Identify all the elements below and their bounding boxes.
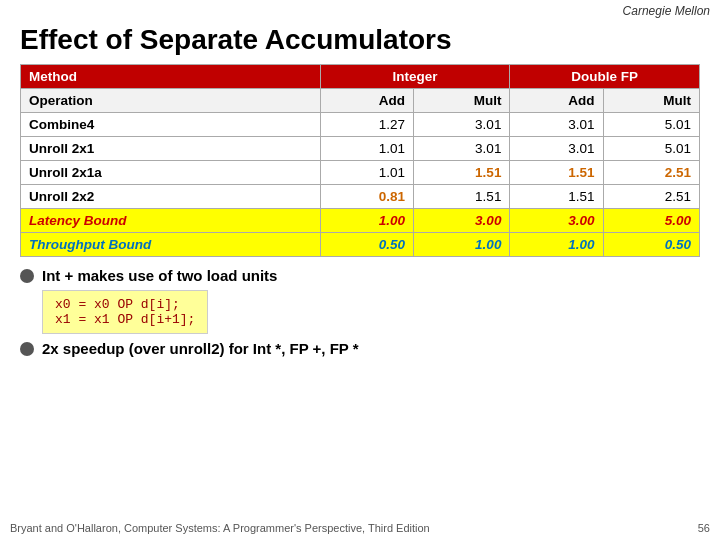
code-line-2: x1 = x1 OP d[i+1];: [55, 312, 195, 327]
cell-int-add: 1.27: [320, 113, 413, 137]
cell-fp-add: 1.00: [510, 233, 603, 257]
bullet-icon-1: [20, 269, 34, 283]
bullet-item-1: Int + makes use of two load units: [20, 267, 700, 284]
table-row: Unroll 2x1a1.011.511.512.51: [21, 161, 700, 185]
cell-method: Combine4: [21, 113, 321, 137]
cell-int-add: 1.01: [320, 137, 413, 161]
cell-fp-mult: Mult: [603, 89, 699, 113]
cell-fp-add: 3.00: [510, 209, 603, 233]
bullet-text-1: Int + makes use of two load units: [42, 267, 277, 284]
cell-fp-add: 3.01: [510, 113, 603, 137]
table-row: Unroll 2x1 1.01 3.01 3.01 5.01: [21, 137, 700, 161]
bullet-icon-2: [20, 342, 34, 356]
footer-citation: Bryant and O'Hallaron, Computer Systems:…: [10, 522, 430, 534]
cell-int-mult: 3.00: [414, 209, 510, 233]
cell-val: 1.01: [320, 161, 413, 185]
col-method: Method: [21, 65, 321, 89]
cell-val: 1.51: [414, 161, 510, 185]
cell-fp-mult: 5.01: [603, 113, 699, 137]
cell-int-mult: Mult: [414, 89, 510, 113]
footer: Bryant and O'Hallaron, Computer Systems:…: [10, 522, 710, 534]
institution-label: Carnegie Mellon: [0, 0, 720, 20]
cell-method: Unroll 2x1a: [21, 161, 321, 185]
cell-fp-add: Add: [510, 89, 603, 113]
bullet-item-2: 2x speedup (over unroll2) for Int *, FP …: [20, 340, 700, 357]
table-row: Unroll 2x20.811.511.512.51: [21, 185, 700, 209]
cell-val: 2.51: [603, 185, 699, 209]
cell-int-add: 0.50: [320, 233, 413, 257]
cell-fp-add: 3.01: [510, 137, 603, 161]
footer-page: 56: [698, 522, 710, 534]
cell-int-mult: 1.00: [414, 233, 510, 257]
col-doublefp: Double FP: [510, 65, 700, 89]
cell-int-mult: 3.01: [414, 113, 510, 137]
cell-val: 2.51: [603, 161, 699, 185]
table-row: Throughput Bound 0.50 1.00 1.00 0.50: [21, 233, 700, 257]
cell-method: Latency Bound: [21, 209, 321, 233]
table-header-row: Method Integer Double FP: [21, 65, 700, 89]
code-block: x0 = x0 OP d[i]; x1 = x1 OP d[i+1];: [42, 290, 208, 334]
bullet-text-2: 2x speedup (over unroll2) for Int *, FP …: [42, 340, 359, 357]
cell-method: Operation: [21, 89, 321, 113]
table-row: Latency Bound 1.00 3.00 3.00 5.00: [21, 209, 700, 233]
cell-method: Unroll 2x1: [21, 137, 321, 161]
cell-method: Throughput Bound: [21, 233, 321, 257]
bullet-section: Int + makes use of two load units x0 = x…: [0, 257, 720, 367]
page-title: Effect of Separate Accumulators: [0, 20, 720, 64]
cell-method: Unroll 2x2: [21, 185, 321, 209]
cell-int-mult: 3.01: [414, 137, 510, 161]
cell-fp-mult: 5.01: [603, 137, 699, 161]
code-line-1: x0 = x0 OP d[i];: [55, 297, 195, 312]
main-table-container: Method Integer Double FP Operation Add M…: [0, 64, 720, 257]
cell-val: 1.51: [510, 161, 603, 185]
cell-int-add: 1.00: [320, 209, 413, 233]
table-row: Operation Add Mult Add Mult: [21, 89, 700, 113]
cell-val: 0.81: [320, 185, 413, 209]
cell-int-add: Add: [320, 89, 413, 113]
table-row: Combine4 1.27 3.01 3.01 5.01: [21, 113, 700, 137]
cell-fp-mult: 5.00: [603, 209, 699, 233]
data-table: Method Integer Double FP Operation Add M…: [20, 64, 700, 257]
col-integer: Integer: [320, 65, 510, 89]
cell-fp-mult: 0.50: [603, 233, 699, 257]
cell-val: 1.51: [414, 185, 510, 209]
cell-val: 1.51: [510, 185, 603, 209]
